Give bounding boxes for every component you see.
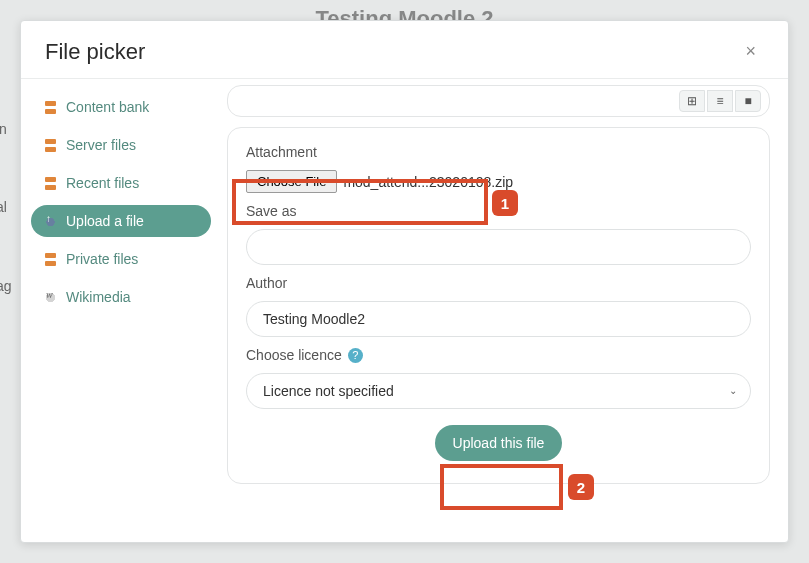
upload-this-file-button[interactable]: Upload this file [435, 425, 563, 461]
view-toolbar: ⊞ ≡ ■ [227, 85, 770, 117]
author-input[interactable] [246, 301, 751, 337]
licence-label-row: Choose licence ? [246, 347, 751, 363]
sidebar-item-private-files[interactable]: Private files [31, 243, 211, 275]
upload-form-panel: Attachment Choose File mod_attend...2302… [227, 127, 770, 484]
view-tree-button[interactable]: ■ [735, 90, 761, 112]
server-icon [43, 139, 58, 152]
sidebar-item-label: Content bank [66, 99, 149, 115]
sidebar-item-content-bank[interactable]: Content bank [31, 91, 211, 123]
choose-file-button[interactable]: Choose File [246, 170, 337, 193]
sidebar-item-label: Wikimedia [66, 289, 131, 305]
file-input-row: Choose File mod_attend...23020108.zip [246, 170, 751, 193]
help-icon[interactable]: ? [348, 348, 363, 363]
sidebar-item-wikimedia[interactable]: Wikimedia [31, 281, 211, 313]
sidebar-item-label: Recent files [66, 175, 139, 191]
bank-icon [43, 101, 58, 114]
sidebar-item-label: Private files [66, 251, 138, 267]
modal-title: File picker [45, 39, 145, 65]
main-panel: ⊞ ≡ ■ Attachment Choose File mod_attend.… [221, 79, 788, 542]
private-icon [43, 253, 58, 266]
save-as-input[interactable] [246, 229, 751, 265]
sidebar-item-recent-files[interactable]: Recent files [31, 167, 211, 199]
view-list-button[interactable]: ≡ [707, 90, 733, 112]
chosen-file-name: mod_attend...23020108.zip [343, 174, 513, 190]
close-button[interactable]: × [737, 37, 764, 66]
sidebar-item-upload-a-file[interactable]: Upload a file [31, 205, 211, 237]
sidebar-item-label: Server files [66, 137, 136, 153]
sidebar-item-label: Upload a file [66, 213, 144, 229]
modal-body: Content bank Server files Recent files U… [21, 79, 788, 542]
repository-sidebar: Content bank Server files Recent files U… [21, 79, 221, 542]
save-as-label: Save as [246, 203, 751, 219]
view-grid-button[interactable]: ⊞ [679, 90, 705, 112]
attachment-label: Attachment [246, 144, 751, 160]
licence-select-wrap: Licence not specified ⌄ [246, 373, 751, 409]
sidebar-item-server-files[interactable]: Server files [31, 129, 211, 161]
licence-select[interactable]: Licence not specified [246, 373, 751, 409]
background-letters: in al ag [0, 110, 12, 306]
author-label: Author [246, 275, 751, 291]
recent-icon [43, 177, 58, 190]
upload-icon [43, 215, 58, 228]
licence-label: Choose licence [246, 347, 342, 363]
file-picker-modal: File picker × Content bank Server files … [20, 20, 789, 543]
wiki-icon [43, 291, 58, 304]
modal-header: File picker × [21, 21, 788, 79]
upload-button-row: Upload this file [246, 425, 751, 461]
